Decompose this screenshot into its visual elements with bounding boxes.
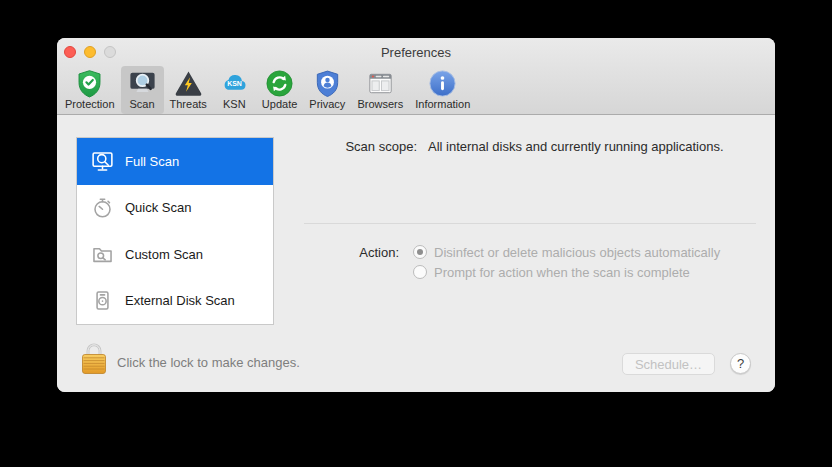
traffic-lights <box>64 38 116 66</box>
toolbar-item-privacy[interactable]: Privacy <box>303 66 351 114</box>
sidebar-item-full-scan[interactable]: Full Scan <box>77 138 273 185</box>
quick-scan-icon <box>90 195 115 220</box>
toolbar-item-label: KSN <box>223 98 246 110</box>
toolbar-item-scan[interactable]: Scan <box>121 66 164 114</box>
update-refresh-icon <box>264 68 295 99</box>
toolbar-item-information[interactable]: Information <box>409 66 476 114</box>
toolbar-item-threats[interactable]: Threats <box>164 66 213 114</box>
scan-scope-label: Scan scope: <box>297 139 417 154</box>
title-bar: Preferences <box>57 38 775 66</box>
ksn-cloud-icon: KSN <box>219 68 250 99</box>
help-button[interactable]: ? <box>730 353 751 374</box>
toolbar-item-label: Protection <box>65 98 115 110</box>
radio-unselected-icon <box>413 265 427 279</box>
radio-option-label: Prompt for action when the scan is compl… <box>434 265 690 280</box>
toolbar-item-update[interactable]: Update <box>256 66 303 114</box>
close-button[interactable] <box>64 46 76 58</box>
section-divider <box>304 223 756 224</box>
sidebar-item-external-disk-scan[interactable]: External Disk Scan <box>77 278 273 325</box>
toolbar-item-protection[interactable]: Protection <box>59 66 121 114</box>
lock-hint-text: Click the lock to make changes. <box>117 355 300 370</box>
zoom-button[interactable] <box>104 46 116 58</box>
preferences-window: Preferences Protection <box>57 38 775 392</box>
toolbar-item-ksn[interactable]: KSN KSN <box>213 66 256 114</box>
sidebar-item-quick-scan[interactable]: Quick Scan <box>77 185 273 232</box>
sidebar-item-label: Quick Scan <box>125 200 191 215</box>
custom-scan-icon <box>90 242 115 267</box>
privacy-shield-icon <box>312 68 343 99</box>
radio-selected-icon <box>413 245 427 259</box>
window-chrome: Preferences Protection <box>57 38 775 115</box>
toolbar-item-label: Information <box>415 98 470 110</box>
scan-type-list: Full Scan Quick Scan Custom Sc <box>76 137 274 325</box>
window-title: Preferences <box>381 45 451 60</box>
sidebar-item-label: Custom Scan <box>125 247 203 262</box>
sidebar-item-label: External Disk Scan <box>125 293 235 308</box>
sidebar-item-custom-scan[interactable]: Custom Scan <box>77 231 273 278</box>
toolbar-item-label: Browsers <box>357 98 403 110</box>
radio-option-label: Disinfect or delete malicious objects au… <box>434 245 720 260</box>
minimize-button[interactable] <box>84 46 96 58</box>
browsers-window-icon <box>365 68 396 99</box>
protection-shield-icon <box>74 68 105 99</box>
full-scan-icon <box>90 149 115 174</box>
toolbar-item-browsers[interactable]: Browsers <box>351 66 409 114</box>
radio-option-disinfect[interactable]: Disinfect or delete malicious objects au… <box>413 244 720 260</box>
toolbar-item-label: Privacy <box>309 98 345 110</box>
scan-scope-value: All internal disks and currently running… <box>428 139 724 154</box>
preferences-content: Full Scan Quick Scan Custom Sc <box>57 115 775 392</box>
scan-monitor-icon <box>127 68 158 99</box>
threats-warning-icon <box>173 68 204 99</box>
information-icon <box>427 68 458 99</box>
schedule-button[interactable]: Schedule… <box>622 353 715 375</box>
toolbar-item-label: Threats <box>170 98 207 110</box>
lock-icon[interactable] <box>80 340 108 376</box>
toolbar-item-label: Update <box>262 98 297 110</box>
sidebar-item-label: Full Scan <box>125 154 179 169</box>
toolbar: Protection Scan Threats <box>57 66 775 114</box>
action-label: Action: <box>299 245 399 260</box>
ksn-cloud-label: KSN <box>227 80 242 87</box>
radio-option-prompt[interactable]: Prompt for action when the scan is compl… <box>413 264 690 280</box>
external-disk-scan-icon <box>90 288 115 313</box>
desktop-background: { "window": { "title": "Preferences" }, … <box>0 0 832 467</box>
toolbar-item-label: Scan <box>129 98 154 110</box>
